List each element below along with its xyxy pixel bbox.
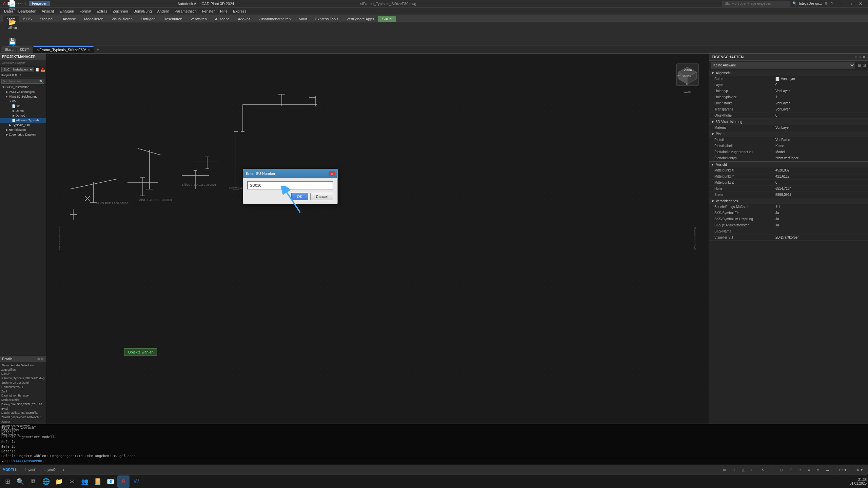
- new-tab-button[interactable]: +: [94, 46, 101, 53]
- tab-visualisieren[interactable]: Visualisieren: [107, 16, 137, 22]
- project-dropdown[interactable]: SuCri_Installation: [1, 67, 34, 72]
- tree-item-demo[interactable]: ▶ Demo: [0, 108, 46, 113]
- props-icon-2[interactable]: ⊟: [859, 55, 861, 59]
- menu-einfuegen[interactable]: Einfügen: [57, 8, 77, 14]
- tree-item-rohrklassen[interactable]: ▶ Rohrklassen: [0, 127, 46, 132]
- tree-item-pid[interactable]: ▶ P&ID-Zeichnungen: [0, 89, 46, 94]
- status-layout1[interactable]: Layout1: [23, 468, 39, 472]
- taskbar-start[interactable]: ⊞: [1, 475, 14, 488]
- tab-extra[interactable]: ...: [396, 16, 407, 22]
- status-polar[interactable]: ⬡: [749, 468, 756, 472]
- status-isodraft[interactable]: ☀: [759, 468, 766, 472]
- tab-analyse[interactable]: Analyse: [59, 16, 80, 22]
- tree-collapse-icon[interactable]: ⊟: [15, 74, 18, 77]
- tab-verwalten[interactable]: Verwalten: [186, 16, 211, 22]
- taskbar-search[interactable]: 🔍: [14, 475, 26, 488]
- command-input[interactable]: [5, 460, 866, 463]
- status-workspace[interactable]: ⚙ ▼: [855, 468, 865, 472]
- status-otrack[interactable]: ∠: [787, 468, 794, 472]
- menu-bemaszung[interactable]: Bemaßung: [131, 8, 155, 14]
- status-add-layout[interactable]: +: [60, 468, 66, 472]
- su-cancel-button[interactable]: Cancel: [310, 193, 333, 200]
- status-osnap[interactable]: □: [769, 468, 775, 472]
- status-annotation[interactable]: 1:1 ▼: [837, 468, 849, 472]
- status-dyn[interactable]: ≡: [806, 468, 812, 472]
- tab-zusammenarbeiten[interactable]: Zusammenarbeiten: [255, 16, 295, 22]
- props-section-3dvis-header[interactable]: ▼ 3D-Visualisierung: [709, 119, 868, 125]
- tree-expand-icon[interactable]: ⊞: [12, 74, 14, 77]
- search-icon[interactable]: 🔍: [792, 1, 797, 6]
- status-grid[interactable]: ⊞: [721, 468, 728, 472]
- freigeben-button[interactable]: Freigeben: [29, 1, 50, 6]
- selection-icon-2[interactable]: ⊡: [863, 63, 866, 68]
- props-section-allgemein-header[interactable]: ▼ Allgemein: [709, 70, 868, 76]
- details-icons[interactable]: ⊞ ⊟: [37, 358, 44, 361]
- ribbon-btn-open[interactable]: 📂 Öffnen: [5, 15, 20, 33]
- doc-tab-001[interactable]: 001**: [17, 46, 33, 53]
- status-3dosnap[interactable]: ◻: [778, 468, 785, 472]
- taskbar-mail[interactable]: ✉: [66, 475, 78, 488]
- menu-parametrisch[interactable]: Parametrisch: [172, 8, 199, 14]
- taskbar-onenote[interactable]: 📔: [92, 475, 104, 488]
- search-input[interactable]: [723, 1, 790, 6]
- tab-modellieren[interactable]: Modellieren: [80, 16, 107, 22]
- tree-item-dateien[interactable]: ▶ Zugehörige Dateien: [0, 132, 46, 137]
- tab-beschriften[interactable]: Beschriften: [160, 16, 186, 22]
- tab-stahlbau[interactable]: Stahlbau: [36, 16, 59, 22]
- search-input-field[interactable]: [3, 80, 39, 83]
- menu-ansicht[interactable]: Ansicht: [39, 8, 57, 14]
- tab-verfuegbar[interactable]: Verfügbare Apps: [342, 16, 378, 22]
- menu-format[interactable]: Format: [77, 8, 94, 14]
- doc-tab-main[interactable]: siFramo_Typicals_StützeF80* ✕: [33, 46, 94, 53]
- restore-button[interactable]: □: [846, 0, 855, 7]
- status-tp[interactable]: ☁: [824, 468, 831, 472]
- tab-addins[interactable]: Add-ins: [234, 16, 254, 22]
- menu-aendern[interactable]: Ändern: [155, 8, 172, 14]
- taskbar-word[interactable]: W: [130, 475, 142, 488]
- su-dialog-close-button[interactable]: ✕: [329, 171, 335, 176]
- su-ok-button[interactable]: OK: [291, 193, 308, 200]
- tree-item-demo2[interactable]: ▶ Demo2: [0, 113, 46, 118]
- close-tab-button[interactable]: ✕: [87, 48, 90, 52]
- tab-ausgabe[interactable]: Ausgabe: [211, 16, 234, 22]
- props-icon-1[interactable]: ⊞: [854, 55, 857, 59]
- close-button[interactable]: ✕: [856, 0, 865, 7]
- tree-item-001[interactable]: 📄 001: [0, 104, 46, 108]
- tree-item-plant3d[interactable]: ▼ Plant 3D-Zeichnungen: [0, 94, 46, 99]
- selection-icon-1[interactable]: ⊞: [858, 63, 861, 68]
- status-lw[interactable]: ≈: [815, 468, 821, 472]
- status-ortho[interactable]: △: [740, 468, 747, 472]
- menu-hilfe[interactable]: Hilfe: [217, 8, 230, 14]
- status-layout2[interactable]: Layout2: [42, 468, 58, 472]
- doc-tab-start[interactable]: Start: [1, 46, 16, 53]
- props-section-plot-header[interactable]: ▼ Plot: [709, 131, 868, 137]
- proj-icon-1[interactable]: 📋: [35, 67, 40, 72]
- select-objects-button[interactable]: Objekte wählen: [124, 348, 157, 356]
- taskbar-edge[interactable]: 🌐: [40, 475, 52, 488]
- taskbar-autocad[interactable]: A: [117, 475, 130, 488]
- menu-fenster[interactable]: Fenster: [199, 8, 217, 14]
- help-icon[interactable]: ?: [831, 2, 833, 6]
- taskbar-teams[interactable]: 👥: [79, 475, 91, 488]
- props-section-verschiedenes-header[interactable]: ▼ Verschiedenes: [709, 198, 868, 204]
- tree-refresh-icon[interactable]: ↺: [18, 74, 21, 77]
- settings-icon[interactable]: ⚙: [825, 1, 828, 6]
- viewport[interactable]: Isometrische DWG Normstrische DWG: [46, 54, 709, 424]
- tree-item-siframo[interactable]: 📄 siFramo_Typicals_StützF80: [0, 118, 46, 123]
- status-snap[interactable]: ⊡: [730, 468, 737, 472]
- ribbon-btn-new[interactable]: 📄 Neu: [5, 0, 20, 14]
- props-icon-3[interactable]: ✕: [863, 55, 865, 59]
- proj-icon-2[interactable]: 📤: [40, 67, 45, 72]
- su-number-input[interactable]: [247, 181, 333, 189]
- selection-dropdown[interactable]: Keine Auswahl: [711, 62, 855, 68]
- status-model[interactable]: MODELL: [3, 468, 17, 472]
- tab-expresstools[interactable]: Express Tools: [311, 16, 342, 22]
- taskbar-taskview[interactable]: ⧉: [27, 475, 39, 488]
- tab-einfuegen[interactable]: Einfügen: [137, 16, 159, 22]
- tree-item-typicals[interactable]: ▶ Typicals_140: [0, 123, 46, 127]
- taskbar-outlook[interactable]: 📧: [104, 475, 117, 488]
- tab-vault[interactable]: Vault: [295, 16, 311, 22]
- taskbar-explorer[interactable]: 📁: [53, 475, 65, 488]
- minimize-button[interactable]: ─: [835, 0, 845, 7]
- menu-extras[interactable]: Extras: [94, 8, 110, 14]
